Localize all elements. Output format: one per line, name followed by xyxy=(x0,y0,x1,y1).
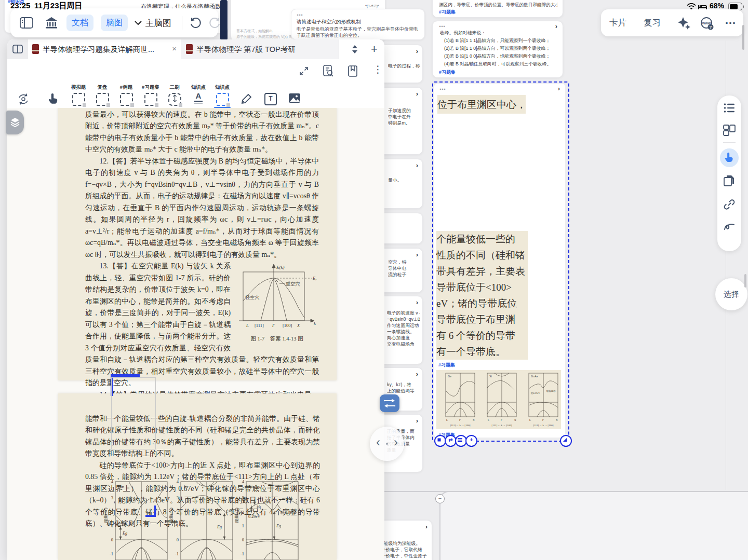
cards-button[interactable]: 卡片 xyxy=(609,17,626,29)
eg-label: Eg xyxy=(276,524,281,528)
excerpt-line: 导带底位于<100> xyxy=(436,279,528,295)
more-icon[interactable]: ⋯ xyxy=(297,12,303,18)
card-deck-icon[interactable] xyxy=(723,125,736,136)
card-text: 渊区内，导带底、价带顶的位置、导带底的数目和能隙的大小。 xyxy=(439,2,557,8)
tool-knowledge-highlight[interactable]: 知识点 A xyxy=(186,84,210,104)
search-document-button[interactable] xyxy=(322,64,335,78)
card-text: 收峰。例如对硅来说： xyxy=(440,30,556,36)
tool-fupan[interactable]: 复盘 xyxy=(90,84,114,106)
chevron-right-icon[interactable]: › xyxy=(416,48,418,54)
figure-axis-label: E(k) xyxy=(276,265,285,270)
right-card-peaks[interactable]: ⋯ › 收峰。例如对硅来说： (1)若 B 沿[1 1 1]晶轴方向，只能观察到… xyxy=(432,21,563,78)
scrollbar-thumb-mid[interactable] xyxy=(744,274,746,288)
x-tick: X xyxy=(297,323,300,328)
qa-card[interactable]: ⋯ 请简述电子和空穴的形成机制 电子是带负电的亚原子基本粒子，空穴则是半导体中价… xyxy=(291,9,425,40)
add-tab-button[interactable]: + xyxy=(371,43,378,56)
chevron-right-icon[interactable]: › xyxy=(416,371,418,377)
hashtag[interactable]: #习题集 xyxy=(439,9,456,16)
fullscreen-button[interactable] xyxy=(298,65,310,77)
excerpt-line: 性质的不同（硅和锗 xyxy=(436,247,528,263)
chevron-right-icon[interactable]: › xyxy=(416,299,418,306)
close-icon[interactable]: × xyxy=(172,44,177,53)
gaas-note-1: 约0.29eV xyxy=(530,392,540,395)
text-selection-start-bracket[interactable] xyxy=(111,374,140,377)
page-nav-control[interactable]: ‹ › xyxy=(370,427,404,461)
clip-region-outline[interactable] xyxy=(111,377,156,449)
y-tick: 2 xyxy=(242,510,244,515)
review-button[interactable]: 复习 xyxy=(644,17,661,29)
chevron-right-icon[interactable]: › xyxy=(558,86,560,92)
nav-next-icon[interactable]: › xyxy=(394,435,398,449)
hashtag[interactable]: #习题集 xyxy=(439,69,456,76)
x-point: X xyxy=(514,419,516,421)
hand-tool[interactable] xyxy=(42,84,65,106)
text-tool[interactable]: T xyxy=(259,84,283,105)
tab-active[interactable]: 半导体物理学习题集及详解商世... × xyxy=(28,39,181,59)
image-tool[interactable] xyxy=(283,84,306,103)
tab-sort-button[interactable] xyxy=(350,44,359,54)
undo-icon[interactable] xyxy=(189,17,202,29)
redo-icon[interactable] xyxy=(209,17,221,29)
selection-resize-handle[interactable] xyxy=(560,435,572,447)
tool-liti[interactable]: #例题 xyxy=(114,84,138,106)
sidebar-toggle-button[interactable] xyxy=(20,17,33,29)
ai-sparkle-icon[interactable] xyxy=(677,16,691,31)
more-icon[interactable]: ⋯ xyxy=(439,87,446,92)
tab-title: 半导体物理学 第7版 TOP考研 xyxy=(196,45,332,54)
right-card-top[interactable]: 渊区内，导带底、价带顶的位置、导带底的数目和能隙的大小。 #习题集 xyxy=(432,0,563,18)
more-icon[interactable]: ⋯ xyxy=(439,24,446,29)
split-view-button[interactable] xyxy=(7,39,29,59)
text-selection-end-bracket[interactable] xyxy=(145,506,156,517)
mindmap-button[interactable]: 脑图 xyxy=(101,15,128,31)
outline-list-icon[interactable] xyxy=(724,103,735,113)
chevron-right-icon[interactable]: › xyxy=(416,418,418,424)
chevron-right-icon[interactable]: › xyxy=(425,524,428,530)
tab-inactive[interactable]: 半导体物理学 第7版 TOP考研 xyxy=(181,39,339,59)
chevron-down-icon[interactable] xyxy=(134,20,142,25)
chevron-right-icon[interactable]: › xyxy=(416,91,418,97)
tool-ershua[interactable]: 二刷 xyxy=(163,84,186,106)
selected-card[interactable]: ⋯ › 位于布里渊区中心， 个能量较低一些的 性质的不同（硅和锗 带具有差异，主… xyxy=(434,84,565,438)
figure-ev-label: E, xyxy=(312,276,316,281)
band-panel-gaas: 4 3 2 1 0 -1 GaAs 约 0.29eV Eg 较低能谷 能量(eV… xyxy=(234,479,301,560)
selection-add-button[interactable]: + xyxy=(465,435,477,447)
select-button[interactable]: 选择 xyxy=(715,278,747,310)
pencil-tool[interactable] xyxy=(235,84,259,104)
k-label: k xyxy=(314,321,316,326)
y-tick: 4 xyxy=(177,479,179,484)
nav-prev-icon[interactable]: ‹ xyxy=(376,435,380,449)
web-help-icon[interactable]: www ? xyxy=(700,16,714,31)
swap-panes-button[interactable] xyxy=(380,394,399,412)
doc-icon-row: ⋮ xyxy=(7,59,384,83)
y-tick: -1 xyxy=(110,551,113,556)
hashtag[interactable]: #习题集 xyxy=(438,362,455,368)
documents-button[interactable]: 文档 xyxy=(66,15,94,31)
panel-label-ge: Ge xyxy=(448,375,451,378)
chevron-right-icon[interactable]: › xyxy=(416,162,418,169)
scrollbar-thumb-top[interactable] xyxy=(742,25,744,50)
chevron-right-icon[interactable]: › xyxy=(416,252,418,258)
y-tick: 1 xyxy=(177,523,179,528)
excerpt-line: 个能量较低一些的 xyxy=(436,231,528,247)
bookmark-button[interactable] xyxy=(347,65,358,77)
kebab-menu-icon[interactable]: ⋮ xyxy=(373,63,383,75)
tool-knowledge-clip-active[interactable]: 知识点 xyxy=(210,84,234,106)
y-tick: 0 xyxy=(242,537,244,542)
chevron-right-icon[interactable]: › xyxy=(555,23,557,30)
duplicate-icon[interactable] xyxy=(723,174,736,187)
ellipsis-menu-icon[interactable]: … xyxy=(725,13,737,27)
tool-xitiji[interactable]: #习题集 xyxy=(139,84,163,106)
card-review-toolbar: 卡片 复习 www ? … xyxy=(601,9,743,36)
mindmap-frame[interactable] xyxy=(439,491,748,560)
document-content[interactable]: 质量最小，可以获得较大的速度。在 b 能带中，空状态一般出现在价带顶附近，价带顶… xyxy=(7,108,384,560)
main-mindmap-label[interactable]: 主脑图 xyxy=(145,18,171,29)
hand-select-tool-active[interactable] xyxy=(720,148,739,167)
layers-drawer-handle[interactable] xyxy=(6,111,24,134)
library-button[interactable] xyxy=(45,16,58,30)
link-icon[interactable] xyxy=(723,198,736,211)
auto-tool[interactable] xyxy=(11,84,35,106)
scribble-icon[interactable] xyxy=(724,221,735,233)
collapse-frame-icon[interactable]: − xyxy=(435,494,445,503)
y-tick: 0 xyxy=(177,537,179,542)
tool-moniti[interactable]: 模拟题 xyxy=(66,84,90,106)
